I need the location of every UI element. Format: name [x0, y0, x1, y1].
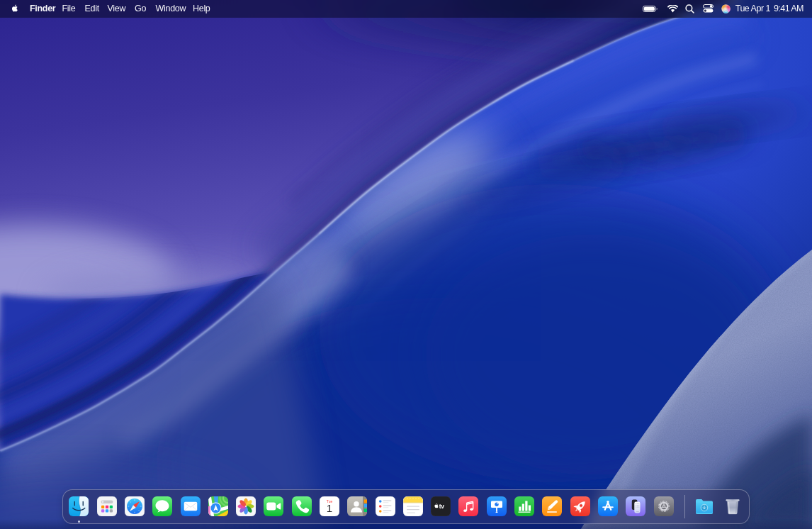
svg-text:1: 1	[327, 502, 332, 514]
svg-text:tv: tv	[439, 503, 445, 510]
